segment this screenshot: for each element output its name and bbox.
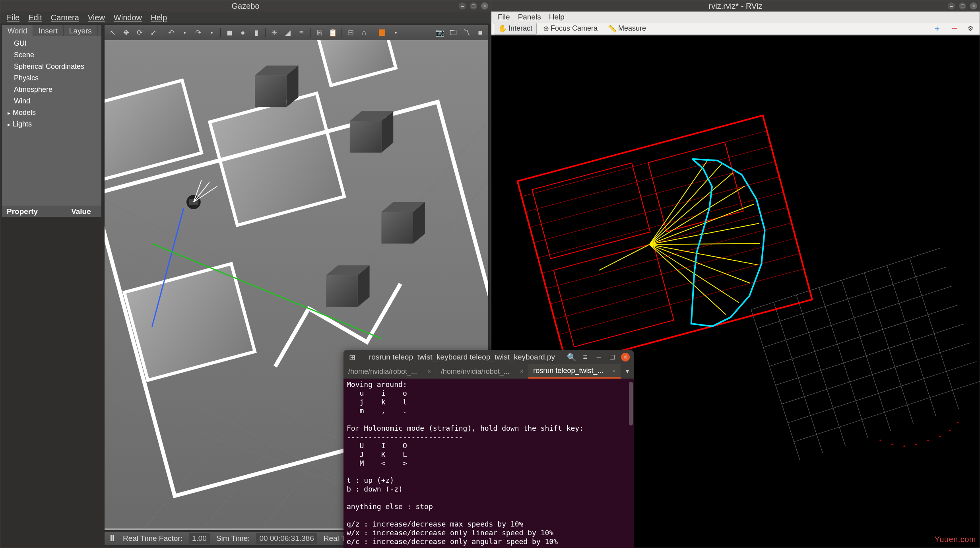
add-button[interactable]: ＋ (929, 22, 945, 35)
undo-dropdown-icon[interactable]: ▾ (179, 27, 190, 38)
move-icon[interactable]: ✥ (120, 27, 132, 38)
svg-point-77 (879, 439, 881, 441)
log-icon[interactable]: 🗔 (448, 27, 459, 38)
hamburger-icon[interactable]: ≡ (580, 352, 590, 362)
rtf-label: Real Time Factor: (123, 534, 182, 543)
target-icon: ⊕ (543, 24, 549, 33)
sphere-icon[interactable]: ● (237, 27, 248, 38)
menu-edit[interactable]: Edit (24, 12, 46, 24)
tab-world[interactable]: World (2, 25, 33, 36)
spotlight-icon[interactable]: ◢ (282, 27, 293, 38)
snap-icon[interactable]: ∩ (359, 27, 370, 38)
terminal-window: ⊞ rosrun teleop_twist_keyboard teleop_tw… (343, 350, 634, 548)
menu-window[interactable]: Window (110, 12, 146, 24)
measure-button[interactable]: 📏Measure (604, 23, 650, 34)
tree-wind[interactable]: Wind (6, 95, 97, 107)
term-minimize-button[interactable]: – (594, 352, 604, 362)
align-icon[interactable]: ⊟ (345, 27, 356, 38)
cursor-icon[interactable]: ↖ (107, 27, 118, 38)
tree-gui[interactable]: GUI (6, 38, 97, 49)
tab-close-icon[interactable]: × (520, 368, 523, 375)
terminal-title: rosrun teleop_twist_keyboard teleop_twis… (361, 353, 563, 361)
hand-icon: ✋ (498, 24, 507, 33)
rviz-menu-file[interactable]: File (494, 12, 514, 23)
plot-icon[interactable]: 〽 (461, 27, 472, 38)
rtf-value: 1.00 (189, 533, 210, 544)
dropdown-icon[interactable]: ▾ (390, 27, 401, 38)
redo-dropdown-icon[interactable]: ▾ (206, 27, 217, 38)
focus-camera-button[interactable]: ⊕Focus Camera (539, 23, 602, 34)
rotate-icon[interactable]: ⟳ (134, 27, 145, 38)
settings-icon[interactable]: ⚙ (964, 23, 977, 33)
term-maximize-button[interactable]: □ (607, 352, 617, 362)
terminal-titlebar[interactable]: ⊞ rosrun teleop_twist_keyboard teleop_tw… (343, 350, 634, 364)
gazebo-titlebar[interactable]: Gazebo – □ × (0, 0, 491, 12)
tab-layers[interactable]: Layers (64, 25, 98, 36)
menu-file[interactable]: File (3, 12, 23, 24)
tab-close-icon[interactable]: × (613, 368, 616, 374)
svg-rect-18 (350, 121, 382, 153)
paste-icon[interactable]: 📋 (327, 27, 338, 38)
video-icon[interactable]: ■ (475, 27, 486, 38)
tree-scene[interactable]: Scene (6, 49, 97, 61)
rviz-menu-help[interactable]: Help (545, 12, 569, 23)
watermark: Yuuen.com (934, 535, 976, 544)
terminal-body[interactable]: Moving around: u i o j k l m , . For Hol… (343, 379, 634, 548)
term-tab-0[interactable]: /home/nvidia/robot_...× (343, 364, 436, 379)
tab-close-icon[interactable]: × (427, 368, 431, 375)
minimize-button[interactable]: – (459, 2, 466, 10)
svg-rect-15 (255, 76, 287, 107)
tree-lights[interactable]: Lights (6, 119, 97, 130)
tree-models[interactable]: Models (6, 107, 97, 119)
tree-spherical[interactable]: Spherical Coordinates (6, 61, 97, 72)
property-header: Property Value (2, 206, 101, 217)
cube-icon[interactable]: ◼ (224, 27, 235, 38)
menu-camera[interactable]: Camera (47, 12, 83, 24)
term-close-button[interactable]: × (621, 353, 630, 361)
menu-help[interactable]: Help (147, 12, 171, 24)
rviz-menu-panels[interactable]: Panels (514, 12, 545, 23)
menu-view[interactable]: View (84, 12, 109, 24)
dirlight-icon[interactable]: ≡ (296, 27, 307, 38)
rviz-title: rviz.rviz* - RViz (709, 2, 763, 11)
prop-property: Property (2, 206, 43, 217)
rviz-menubar: File Panels Help (491, 12, 980, 23)
interact-button[interactable]: ✋Interact (494, 23, 537, 35)
svg-point-81 (927, 439, 929, 441)
term-tab-1[interactable]: /home/nvidia/robot_...× (436, 364, 529, 379)
scrollbar[interactable] (629, 382, 633, 426)
maximize-button[interactable]: □ (470, 2, 477, 10)
pause-button[interactable]: ⏸ (108, 533, 116, 544)
close-button[interactable]: × (481, 2, 488, 10)
new-tab-icon[interactable]: ⊞ (347, 352, 357, 362)
gazebo-toolbar: ↖ ✥ ⟳ ⤢ ↶ ▾ ↷ ▾ ◼ ● ▮ ☀ ◢ ≡ ⎘ 📋 ⊟ ∩ ▾ 📷 … (105, 25, 488, 40)
gazebo-left-panel: World Insert Layers GUI Scene Spherical … (2, 25, 101, 217)
world-tree: GUI Scene Spherical Coordinates Physics … (2, 36, 101, 132)
tab-insert[interactable]: Insert (33, 25, 64, 36)
scale-icon[interactable]: ⤢ (147, 27, 159, 38)
rviz-maximize-button[interactable]: □ (959, 2, 966, 10)
copy-icon[interactable]: ⎘ (314, 27, 325, 38)
tree-physics[interactable]: Physics (6, 72, 97, 84)
sun-icon[interactable]: ☀ (269, 27, 280, 38)
tab-dropdown-icon[interactable]: ▾ (621, 364, 634, 379)
svg-point-80 (915, 443, 917, 445)
remove-button[interactable]: − (947, 21, 961, 36)
svg-point-78 (891, 443, 893, 445)
redo-icon[interactable]: ↷ (192, 27, 204, 38)
ruler-icon: 📏 (608, 24, 617, 33)
gazebo-menubar: File Edit Camera View Window Help (0, 12, 491, 23)
screenshot-icon[interactable]: 📷 (434, 27, 445, 38)
record-icon[interactable] (376, 27, 388, 38)
rviz-minimize-button[interactable]: – (948, 2, 955, 10)
search-icon[interactable]: 🔍 (567, 352, 576, 362)
term-tab-2[interactable]: rosrun teleop_twist_...× (528, 364, 621, 379)
cylinder-icon[interactable]: ▮ (251, 27, 262, 38)
svg-point-83 (949, 429, 951, 431)
tree-atmosphere[interactable]: Atmosphere (6, 84, 97, 95)
terminal-tabs: /home/nvidia/robot_...× /home/nvidia/rob… (343, 364, 634, 379)
svg-rect-21 (381, 212, 413, 244)
rviz-close-button[interactable]: × (970, 2, 977, 10)
rviz-titlebar[interactable]: rviz.rviz* - RViz – □ × (491, 0, 980, 12)
undo-icon[interactable]: ↶ (165, 27, 177, 38)
